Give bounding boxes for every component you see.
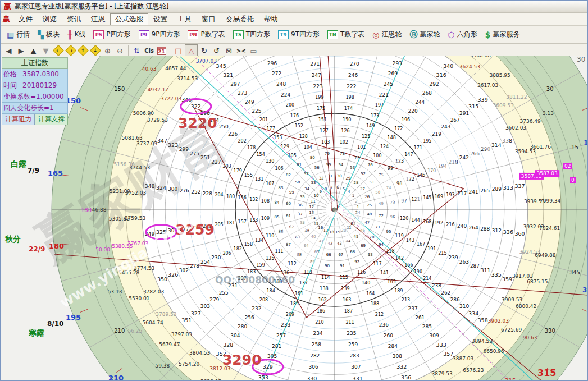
svg-text:81: 81 <box>297 163 302 167</box>
svg-text:121: 121 <box>412 197 420 202</box>
menu-item-4[interactable]: 江恩 <box>86 13 110 25</box>
clear-button[interactable]: Cls <box>143 45 155 56</box>
chart-area[interactable]: 1234567891011121314151617181920212223242… <box>1 56 588 381</box>
menu-item-2[interactable]: 浏览 <box>38 13 62 25</box>
calc-resistance-button[interactable]: 计算阻力 <box>2 114 35 125</box>
svg-text:315: 315 <box>468 103 478 109</box>
toolbar-9t-square-button[interactable]: T99T四方形 <box>274 28 323 42</box>
updown-arrows-button[interactable]: ⇅ <box>131 45 143 56</box>
svg-text:273: 273 <box>238 90 247 96</box>
menu-item-10[interactable]: 帮助 <box>259 13 283 25</box>
svg-text:123: 123 <box>395 159 404 164</box>
gann-wheel: 1234567891011121314151617181920212223242… <box>1 56 588 381</box>
prev-button[interactable]: ◀ <box>3 45 15 56</box>
toolbar-winner-wheel-button[interactable]: Ⓑ赢家轮 <box>406 28 444 42</box>
svg-text:194: 194 <box>438 164 446 169</box>
svg-text:180: 180 <box>81 207 92 213</box>
arrow-glyph: ↓ <box>93 48 98 53</box>
zoom-out-button[interactable]: ⊖ <box>114 45 126 56</box>
svg-text:3789.53: 3789.53 <box>156 311 176 317</box>
pan-left-button[interactable]: ← <box>52 45 64 56</box>
calendar-button[interactable]: 21 <box>156 45 167 56</box>
svg-text:145: 145 <box>423 195 431 200</box>
svg-text:3707.03: 3707.03 <box>196 58 217 64</box>
next-button[interactable]: ▶ <box>15 45 27 56</box>
toolbar-quote-grid-button[interactable]: ▦行情 <box>3 28 34 42</box>
center-button[interactable]: >< <box>235 45 247 56</box>
toolbar-item-label: 赢家轮 <box>420 30 440 39</box>
toolbar-sector-blocks-button[interactable]: ▚板块 <box>34 28 63 42</box>
expand-button[interactable]: ⊠ <box>223 45 235 56</box>
toolbar-separator <box>128 45 129 56</box>
svg-text:56.25: 56.25 <box>128 328 143 334</box>
svg-text:130: 130 <box>266 159 274 164</box>
svg-text:24: 24 <box>355 210 361 215</box>
menu-item-5[interactable]: 公式选股 <box>110 13 148 25</box>
svg-text:117: 117 <box>373 261 381 267</box>
svg-text:88: 88 <box>297 253 302 257</box>
menu-item-3[interactable]: 资讯 <box>62 13 86 25</box>
svg-text:10: 10 <box>314 194 319 198</box>
svg-text:265: 265 <box>480 188 490 194</box>
rotate-ccw-button[interactable]: ↺ <box>211 45 222 56</box>
svg-text:11: 11 <box>311 199 316 204</box>
toolbar-t-number-table-button[interactable]: TNT数字表 <box>323 28 368 42</box>
rotate-cw-button[interactable]: ↻ <box>198 45 210 56</box>
toolbar-p-square-button[interactable]: PSP四方形 <box>89 28 134 42</box>
svg-text:250: 250 <box>219 124 229 130</box>
svg-text:261: 261 <box>415 315 425 320</box>
toolbar-gann-wheel-button[interactable]: ◎江恩轮 <box>368 28 405 42</box>
menu-item-8[interactable]: 窗口 <box>197 13 221 25</box>
toolbar-winner-service-button[interactable]: $赢家服务 <box>481 28 524 42</box>
zoom-in-button[interactable]: ⊕ <box>102 45 113 56</box>
svg-text:55: 55 <box>326 163 331 167</box>
app-logo-icon: 赢 <box>4 2 11 12</box>
svg-text:335: 335 <box>491 272 502 278</box>
up-button[interactable]: ▲ <box>28 45 39 56</box>
calc-support-button[interactable]: 计算支撑 <box>35 114 68 125</box>
svg-text:4857.44: 4857.44 <box>165 66 186 71</box>
svg-text:351: 351 <box>181 317 192 323</box>
svg-text:6725.69: 6725.69 <box>501 327 522 333</box>
svg-text:205: 205 <box>215 222 223 227</box>
toolbar-item-label: 六角形 <box>457 30 477 39</box>
toolbar-kline-button[interactable]: ╫K线 <box>63 28 89 42</box>
toolbar-t-square-button[interactable]: TST四方形 <box>229 28 274 42</box>
kline-icon: ╫ <box>67 30 72 39</box>
svg-text:147: 147 <box>404 152 413 157</box>
svg-text:150: 150 <box>114 86 125 92</box>
svg-text:68: 68 <box>350 250 355 254</box>
menu-item-1[interactable]: 文件 <box>13 13 38 25</box>
svg-text:3782.03: 3782.03 <box>143 289 164 295</box>
svg-text:129: 129 <box>281 144 289 149</box>
pan-up-button[interactable]: ↑ <box>77 45 89 56</box>
svg-text:104: 104 <box>304 145 312 150</box>
toolbar-item-label: 江恩轮 <box>382 30 402 39</box>
square-tool-button[interactable]: □ <box>172 45 184 56</box>
menu-item-7[interactable]: 工具 <box>172 13 197 25</box>
toolbar-hexagon-button[interactable]: ⬡六角形 <box>444 28 481 42</box>
svg-text:138: 138 <box>320 286 328 291</box>
pan-right-button[interactable]: → <box>65 45 76 56</box>
down-button[interactable]: ▼ <box>40 45 52 56</box>
svg-text:291: 291 <box>459 111 469 116</box>
svg-text:266: 266 <box>470 151 480 157</box>
edge-label-195: 195 <box>66 314 81 321</box>
menu-item-9[interactable]: 交易委托 <box>221 13 259 25</box>
toolbar-p-number-table-button[interactable]: PNP数字表 <box>184 28 229 42</box>
svg-text:305: 305 <box>267 354 277 359</box>
svg-text:3902.03: 3902.03 <box>488 318 509 324</box>
svg-text:4932.17: 4932.17 <box>148 87 168 93</box>
svg-text:6875.15: 6875.15 <box>527 279 548 284</box>
presentation-button[interactable]: ▭ <box>248 45 259 56</box>
svg-text:275: 275 <box>190 151 199 157</box>
svg-text:252: 252 <box>191 189 200 195</box>
svg-text:111: 111 <box>275 249 283 254</box>
svg-text:6800.42: 6800.42 <box>516 304 536 309</box>
hexagon-icon: ⬡ <box>448 30 455 39</box>
pan-down-button[interactable]: ↓ <box>89 45 101 56</box>
menu-item-6[interactable]: 设置 <box>148 13 172 25</box>
svg-text:270: 270 <box>350 61 359 67</box>
toolbar-9p-square-button[interactable]: P99P四方形 <box>135 28 184 42</box>
triangle-tool-button[interactable]: △ <box>185 44 198 57</box>
